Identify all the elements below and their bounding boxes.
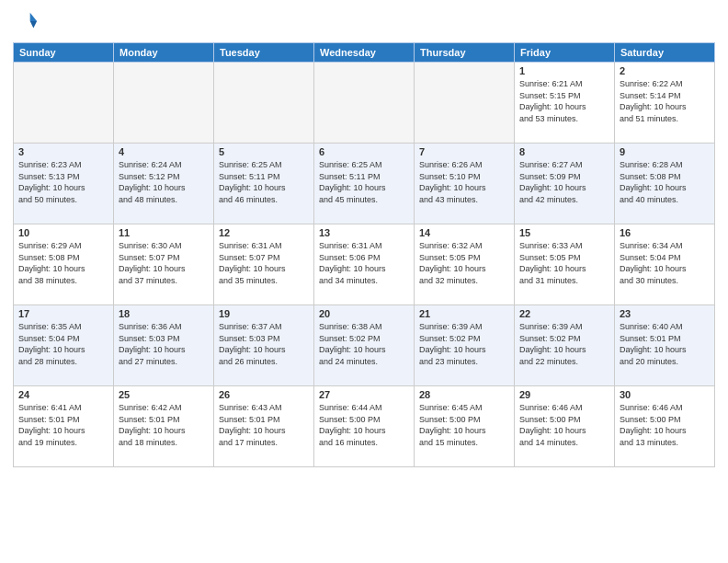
calendar-cell: 15Sunrise: 6:33 AM Sunset: 5:05 PM Dayli… xyxy=(515,224,615,305)
calendar-header-sunday: Sunday xyxy=(14,43,114,63)
day-number: 14 xyxy=(419,227,509,238)
day-info: Sunrise: 6:43 AM Sunset: 5:01 PM Dayligh… xyxy=(219,402,309,448)
day-number: 18 xyxy=(119,308,209,319)
day-info: Sunrise: 6:41 AM Sunset: 5:01 PM Dayligh… xyxy=(18,402,108,448)
calendar-cell: 21Sunrise: 6:39 AM Sunset: 5:02 PM Dayli… xyxy=(415,305,515,386)
day-number: 16 xyxy=(620,227,710,238)
day-info: Sunrise: 6:28 AM Sunset: 5:08 PM Dayligh… xyxy=(620,159,710,205)
day-number: 11 xyxy=(119,227,209,238)
calendar-cell: 22Sunrise: 6:39 AM Sunset: 5:02 PM Dayli… xyxy=(515,305,615,386)
day-number: 27 xyxy=(319,389,409,400)
day-info: Sunrise: 6:27 AM Sunset: 5:09 PM Dayligh… xyxy=(519,159,609,205)
day-number: 21 xyxy=(419,308,509,319)
day-info: Sunrise: 6:37 AM Sunset: 5:03 PM Dayligh… xyxy=(219,321,309,367)
calendar-week-row: 1Sunrise: 6:21 AM Sunset: 5:15 PM Daylig… xyxy=(14,63,715,144)
svg-marker-1 xyxy=(30,21,37,28)
calendar-week-row: 24Sunrise: 6:41 AM Sunset: 5:01 PM Dayli… xyxy=(14,386,715,467)
day-number: 12 xyxy=(219,227,309,238)
day-number: 24 xyxy=(18,389,108,400)
calendar-cell xyxy=(14,63,114,144)
calendar-cell: 26Sunrise: 6:43 AM Sunset: 5:01 PM Dayli… xyxy=(214,386,314,467)
calendar-cell: 6Sunrise: 6:25 AM Sunset: 5:11 PM Daylig… xyxy=(314,144,415,224)
day-info: Sunrise: 6:34 AM Sunset: 5:04 PM Dayligh… xyxy=(620,240,710,286)
calendar-header-row: SundayMondayTuesdayWednesdayThursdayFrid… xyxy=(14,43,715,63)
day-number: 1 xyxy=(519,65,609,76)
calendar-week-row: 3Sunrise: 6:23 AM Sunset: 5:13 PM Daylig… xyxy=(14,144,715,224)
calendar-cell: 20Sunrise: 6:38 AM Sunset: 5:02 PM Dayli… xyxy=(314,305,415,386)
calendar-cell: 12Sunrise: 6:31 AM Sunset: 5:07 PM Dayli… xyxy=(214,224,314,305)
day-number: 2 xyxy=(620,65,710,76)
calendar-cell xyxy=(214,63,314,144)
calendar-cell: 16Sunrise: 6:34 AM Sunset: 5:04 PM Dayli… xyxy=(615,224,715,305)
calendar-header-saturday: Saturday xyxy=(615,43,715,63)
svg-marker-0 xyxy=(30,13,37,21)
calendar-week-row: 10Sunrise: 6:29 AM Sunset: 5:08 PM Dayli… xyxy=(14,224,715,305)
day-number: 17 xyxy=(18,308,108,319)
calendar-cell: 2Sunrise: 6:22 AM Sunset: 5:14 PM Daylig… xyxy=(615,63,715,144)
day-number: 23 xyxy=(620,308,710,319)
day-number: 26 xyxy=(219,389,309,400)
calendar-week-row: 17Sunrise: 6:35 AM Sunset: 5:04 PM Dayli… xyxy=(14,305,715,386)
calendar-cell: 18Sunrise: 6:36 AM Sunset: 5:03 PM Dayli… xyxy=(114,305,214,386)
calendar-cell: 1Sunrise: 6:21 AM Sunset: 5:15 PM Daylig… xyxy=(515,63,615,144)
day-info: Sunrise: 6:24 AM Sunset: 5:12 PM Dayligh… xyxy=(119,159,209,205)
day-info: Sunrise: 6:39 AM Sunset: 5:02 PM Dayligh… xyxy=(419,321,509,367)
calendar-cell: 23Sunrise: 6:40 AM Sunset: 5:01 PM Dayli… xyxy=(615,305,715,386)
calendar-header-tuesday: Tuesday xyxy=(214,43,314,63)
day-info: Sunrise: 6:39 AM Sunset: 5:02 PM Dayligh… xyxy=(519,321,609,367)
calendar-cell: 9Sunrise: 6:28 AM Sunset: 5:08 PM Daylig… xyxy=(615,144,715,224)
day-number: 15 xyxy=(519,227,609,238)
day-info: Sunrise: 6:36 AM Sunset: 5:03 PM Dayligh… xyxy=(119,321,209,367)
day-info: Sunrise: 6:25 AM Sunset: 5:11 PM Dayligh… xyxy=(219,159,309,205)
calendar-cell: 17Sunrise: 6:35 AM Sunset: 5:04 PM Dayli… xyxy=(14,305,114,386)
day-info: Sunrise: 6:25 AM Sunset: 5:11 PM Dayligh… xyxy=(319,159,409,205)
calendar-cell xyxy=(415,63,515,144)
day-info: Sunrise: 6:45 AM Sunset: 5:00 PM Dayligh… xyxy=(419,402,509,448)
day-number: 7 xyxy=(419,146,509,157)
day-info: Sunrise: 6:44 AM Sunset: 5:00 PM Dayligh… xyxy=(319,402,409,448)
day-info: Sunrise: 6:32 AM Sunset: 5:05 PM Dayligh… xyxy=(419,240,509,286)
day-number: 10 xyxy=(18,227,108,238)
logo-icon xyxy=(13,9,39,35)
calendar-cell: 28Sunrise: 6:45 AM Sunset: 5:00 PM Dayli… xyxy=(415,386,515,467)
calendar-cell: 27Sunrise: 6:44 AM Sunset: 5:00 PM Dayli… xyxy=(314,386,415,467)
day-info: Sunrise: 6:33 AM Sunset: 5:05 PM Dayligh… xyxy=(519,240,609,286)
day-info: Sunrise: 6:23 AM Sunset: 5:13 PM Dayligh… xyxy=(18,159,108,205)
day-number: 3 xyxy=(18,146,108,157)
day-number: 29 xyxy=(519,389,609,400)
day-info: Sunrise: 6:31 AM Sunset: 5:07 PM Dayligh… xyxy=(219,240,309,286)
calendar-cell: 30Sunrise: 6:46 AM Sunset: 5:00 PM Dayli… xyxy=(615,386,715,467)
day-number: 4 xyxy=(119,146,209,157)
calendar-cell: 10Sunrise: 6:29 AM Sunset: 5:08 PM Dayli… xyxy=(14,224,114,305)
day-info: Sunrise: 6:29 AM Sunset: 5:08 PM Dayligh… xyxy=(18,240,108,286)
calendar-cell: 29Sunrise: 6:46 AM Sunset: 5:00 PM Dayli… xyxy=(515,386,615,467)
calendar-header-thursday: Thursday xyxy=(415,43,515,63)
calendar-cell: 13Sunrise: 6:31 AM Sunset: 5:06 PM Dayli… xyxy=(314,224,415,305)
calendar-cell: 14Sunrise: 6:32 AM Sunset: 5:05 PM Dayli… xyxy=(415,224,515,305)
day-info: Sunrise: 6:42 AM Sunset: 5:01 PM Dayligh… xyxy=(119,402,209,448)
calendar-cell xyxy=(314,63,415,144)
day-number: 22 xyxy=(519,308,609,319)
day-number: 13 xyxy=(319,227,409,238)
day-number: 5 xyxy=(219,146,309,157)
day-info: Sunrise: 6:30 AM Sunset: 5:07 PM Dayligh… xyxy=(119,240,209,286)
day-info: Sunrise: 6:35 AM Sunset: 5:04 PM Dayligh… xyxy=(18,321,108,367)
calendar-cell: 5Sunrise: 6:25 AM Sunset: 5:11 PM Daylig… xyxy=(214,144,314,224)
calendar-cell xyxy=(114,63,214,144)
day-number: 6 xyxy=(319,146,409,157)
day-info: Sunrise: 6:46 AM Sunset: 5:00 PM Dayligh… xyxy=(620,402,710,448)
calendar-cell: 25Sunrise: 6:42 AM Sunset: 5:01 PM Dayli… xyxy=(114,386,214,467)
day-number: 20 xyxy=(319,308,409,319)
calendar-header-friday: Friday xyxy=(515,43,615,63)
header xyxy=(13,9,715,35)
calendar-header-wednesday: Wednesday xyxy=(314,43,415,63)
day-info: Sunrise: 6:46 AM Sunset: 5:00 PM Dayligh… xyxy=(519,402,609,448)
calendar-cell: 24Sunrise: 6:41 AM Sunset: 5:01 PM Dayli… xyxy=(14,386,114,467)
calendar-cell: 19Sunrise: 6:37 AM Sunset: 5:03 PM Dayli… xyxy=(214,305,314,386)
day-number: 9 xyxy=(620,146,710,157)
day-info: Sunrise: 6:22 AM Sunset: 5:14 PM Dayligh… xyxy=(620,78,710,124)
calendar-cell: 4Sunrise: 6:24 AM Sunset: 5:12 PM Daylig… xyxy=(114,144,214,224)
day-info: Sunrise: 6:38 AM Sunset: 5:02 PM Dayligh… xyxy=(319,321,409,367)
day-info: Sunrise: 6:40 AM Sunset: 5:01 PM Dayligh… xyxy=(620,321,710,367)
calendar-cell: 7Sunrise: 6:26 AM Sunset: 5:10 PM Daylig… xyxy=(415,144,515,224)
